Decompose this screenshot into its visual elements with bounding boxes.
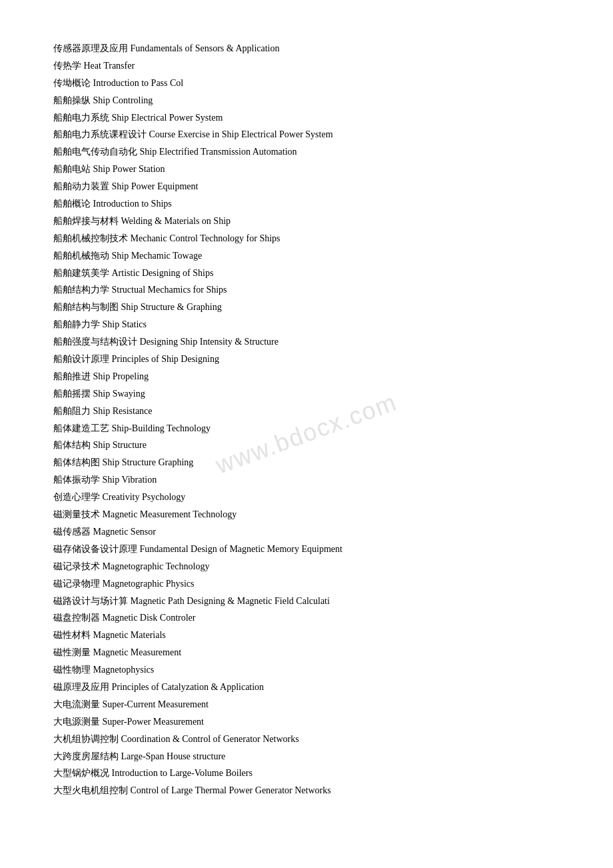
list-item: 船舶动力装置 Ship Power Equipment — [53, 178, 560, 195]
list-item: 磁记录物理 Magnetographic Physics — [53, 575, 560, 593]
list-item: 大跨度房屋结构 Large-Span House structure — [53, 748, 560, 765]
list-item: 磁传感器 Magnetic Sensor — [53, 523, 560, 541]
content-list: 传感器原理及应用 Fundamentals of Sensors & Appli… — [53, 40, 560, 799]
list-item: 船舶电力系统课程设计 Course Exercise in Ship Elect… — [53, 126, 560, 143]
list-item: 船舶电气传动自动化 Ship Electrified Transmission … — [53, 143, 560, 161]
list-item: 船舶建筑美学 Artistic Designing of Ships — [53, 265, 560, 282]
list-item: 船舶阻力 Ship Resistance — [53, 403, 560, 420]
list-item: 船舶强度与结构设计 Designing Ship Intensity & Str… — [53, 333, 560, 351]
list-item: 船体建造工艺 Ship-Building Technology — [53, 420, 560, 437]
list-item: 船舶静力学 Ship Statics — [53, 316, 560, 333]
list-item: 磁性物理 Magnetophysics — [53, 661, 560, 679]
list-item: 磁盘控制器 Magnetic Disk Controler — [53, 609, 560, 627]
list-item: 船舶焊接与材料 Welding & Materials on Ship — [53, 213, 560, 230]
list-item: 创造心理学 Creativity Psychology — [53, 489, 560, 506]
list-item: 船舶推进 Ship Propeling — [53, 368, 560, 385]
list-item: 磁性测量 Magnetic Measurement — [53, 644, 560, 661]
list-item: 船舶机械拖动 Ship Mechamic Towage — [53, 247, 560, 265]
list-item: 传感器原理及应用 Fundamentals of Sensors & Appli… — [53, 40, 560, 57]
list-item: 船舶概论 Introduction to Ships — [53, 195, 560, 213]
list-item: 大电流测量 Super-Current Measurement — [53, 696, 560, 713]
list-item: 磁记录技术 Magnetographic Technology — [53, 558, 560, 575]
list-item: 大机组协调控制 Coordination & Control of Genera… — [53, 731, 560, 748]
list-item: 船舶机械控制技术 Mechanic Control Technology for… — [53, 230, 560, 247]
list-item: 大电源测量 Super-Power Measurement — [53, 713, 560, 731]
list-item: 船舶设计原理 Principles of Ship Designing — [53, 351, 560, 368]
list-item: 船舶电站 Ship Power Station — [53, 161, 560, 178]
list-item: 船舶操纵 Ship Controling — [53, 92, 560, 109]
list-item: 船舶结构与制图 Ship Structure & Graphing — [53, 299, 560, 316]
list-item: 传热学 Heat Transfer — [53, 57, 560, 75]
list-item: 船体结构 Ship Structure — [53, 437, 560, 454]
list-item: 传坳概论 Introduction to Pass Col — [53, 75, 560, 92]
list-item: 磁性材料 Magnetic Materials — [53, 627, 560, 644]
list-item: 大型火电机组控制 Control of Large Thermal Power … — [53, 782, 560, 799]
list-item: 船体结构图 Ship Structure Graphing — [53, 454, 560, 471]
list-item: 船体振动学 Ship Vibration — [53, 471, 560, 489]
list-item: 大型锅炉概况 Introduction to Large-Volume Boil… — [53, 765, 560, 782]
list-item: 磁原理及应用 Principles of Catalyzation & Appl… — [53, 679, 560, 696]
list-item: 船舶电力系统 Ship Electrical Power System — [53, 109, 560, 127]
list-item: 磁路设计与场计算 Magnetic Path Designing & Magne… — [53, 593, 560, 610]
list-item: 船舶结构力学 Structual Mechamics for Ships — [53, 281, 560, 299]
list-item: 磁测量技术 Magnetic Measurement Technology — [53, 506, 560, 523]
list-item: 船舶摇摆 Ship Swaying — [53, 385, 560, 403]
list-item: 磁存储设备设计原理 Fundamental Design of Magnetic… — [53, 541, 560, 558]
